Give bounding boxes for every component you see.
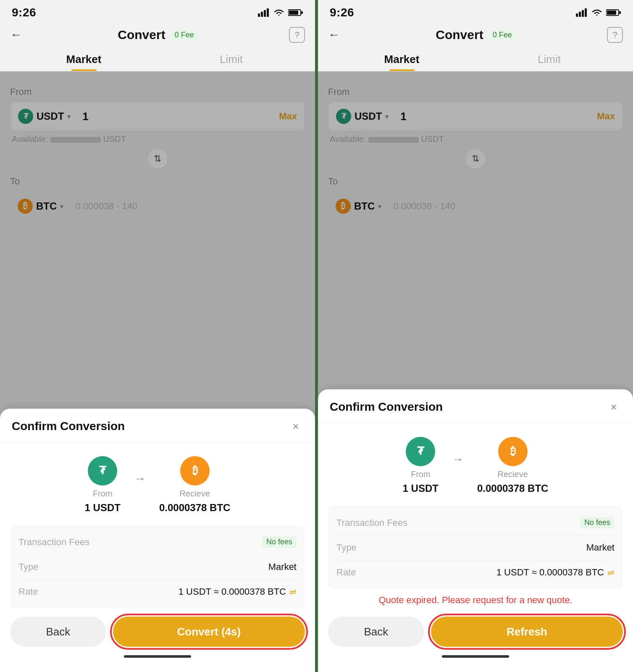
svg-rect-1 xyxy=(261,12,263,17)
fees-label-left: Transaction Fees xyxy=(18,537,89,548)
svg-rect-15 xyxy=(582,10,584,17)
tab-limit-right[interactable]: Limit xyxy=(475,47,623,71)
fee-badge-left: 0 Fee xyxy=(171,29,198,41)
conversion-arrow-left: → xyxy=(134,472,146,486)
to-coin-display-right: ₿ Recieve 0.0000378 BTC xyxy=(477,437,548,494)
status-bar-left: 9:26 xyxy=(0,0,315,23)
action-buttons-left: Back Convert (4s) xyxy=(0,608,315,651)
to-coin-display-left: ₿ Recieve 0.0000378 BTC xyxy=(159,456,230,514)
rate-swap-icon-left: ⇌ xyxy=(289,587,297,597)
home-indicator-left xyxy=(0,651,315,659)
fees-value-right: No fees xyxy=(580,517,615,528)
type-label-right: Type xyxy=(336,542,357,553)
svg-rect-3 xyxy=(267,8,269,17)
detail-row-rate-left: Rate 1 USDT ≈ 0.0000378 BTC ⇌ xyxy=(18,580,297,604)
help-button-right[interactable]: ? xyxy=(607,27,623,43)
type-value-right: Market xyxy=(586,542,615,553)
back-button-sheet-left[interactable]: Back xyxy=(10,617,106,647)
back-button-left[interactable]: ← xyxy=(10,28,27,42)
tab-limit-left[interactable]: Limit xyxy=(158,47,305,71)
details-section-left: Transaction Fees No fees Type Market Rat… xyxy=(10,525,305,608)
tabs-left: Market Limit xyxy=(0,47,315,71)
signal-icon-right xyxy=(576,8,588,17)
right-phone-panel: 9:26 ← Convert 0 Fee xyxy=(318,0,633,672)
header-title-area-left: Convert 0 Fee xyxy=(118,28,198,42)
sheet-title-right: Confirm Conversion xyxy=(330,400,443,414)
svg-rect-14 xyxy=(579,12,581,17)
back-button-right[interactable]: ← xyxy=(328,28,345,42)
from-coin-display-left: ₮ From 1 USDT xyxy=(85,456,121,514)
rate-label-left: Rate xyxy=(18,586,38,597)
to-coin-amount-right: 0.0000378 BTC xyxy=(477,483,548,494)
from-coin-icon-left: ₮ xyxy=(88,456,117,486)
page-title-right: Convert xyxy=(436,28,483,42)
refresh-button-right[interactable]: Refresh xyxy=(431,617,623,647)
home-bar-left xyxy=(124,655,191,658)
sheet-close-right[interactable]: × xyxy=(606,399,621,415)
no-fees-badge-left: No fees xyxy=(262,536,297,548)
fee-badge-right: 0 Fee xyxy=(489,29,516,41)
action-buttons-right: Back Refresh xyxy=(318,608,633,651)
conversion-arrow-right: → xyxy=(452,453,464,466)
detail-row-type-right: Type Market xyxy=(336,536,615,560)
main-content-right: From ₮ USDT ▾ 1 Max Available: USDT ⇅ To xyxy=(318,71,633,672)
to-coin-label-left: Recieve xyxy=(180,489,210,499)
page-title-left: Convert xyxy=(118,28,165,42)
rate-swap-icon-right: ⇌ xyxy=(607,567,615,578)
battery-icon-left xyxy=(288,8,303,17)
from-coin-label-left: From xyxy=(93,489,113,499)
svg-rect-19 xyxy=(619,11,621,14)
from-coin-amount-left: 1 USDT xyxy=(85,502,121,514)
help-button-left[interactable]: ? xyxy=(289,27,305,43)
bottom-sheet-left: Confirm Conversion × ₮ From 1 USDT → xyxy=(0,409,315,672)
svg-rect-18 xyxy=(607,10,616,15)
svg-text:₿: ₿ xyxy=(192,464,197,477)
conversion-display-right: ₮ From 1 USDT → ₿ Recieve 0.0000378 BTC xyxy=(318,423,633,506)
left-phone-panel: 9:26 ← Convert 0 Fee xyxy=(0,0,315,672)
from-coin-amount-right: 1 USDT xyxy=(403,483,439,494)
tabs-right: Market Limit xyxy=(318,47,633,71)
status-icons-left xyxy=(258,8,303,17)
type-value-left: Market xyxy=(268,562,297,572)
rate-label-right: Rate xyxy=(336,567,356,578)
detail-row-fees-right: Transaction Fees No fees xyxy=(336,510,615,536)
from-coin-label-right: From xyxy=(411,470,431,479)
svg-text:₮: ₮ xyxy=(99,464,107,477)
sheet-title-left: Confirm Conversion xyxy=(12,420,125,433)
main-content-left: From ₮ USDT ▾ 1 Max Available: USDT ⇅ To xyxy=(0,71,315,672)
fees-label-right: Transaction Fees xyxy=(336,517,407,528)
app-header-right: ← Convert 0 Fee ? xyxy=(318,23,633,47)
tab-market-left[interactable]: Market xyxy=(10,47,158,71)
back-button-sheet-right[interactable]: Back xyxy=(328,617,424,647)
svg-text:₿: ₿ xyxy=(510,445,515,457)
home-indicator-right xyxy=(318,651,633,659)
battery-icon-right xyxy=(606,8,621,17)
no-fees-badge-right: No fees xyxy=(580,517,615,528)
from-coin-icon-right: ₮ xyxy=(406,437,435,466)
header-title-area-right: Convert 0 Fee xyxy=(436,28,516,42)
app-header-left: ← Convert 0 Fee ? xyxy=(0,23,315,47)
status-bar-right: 9:26 xyxy=(318,0,633,23)
from-coin-display-right: ₮ From 1 USDT xyxy=(403,437,439,494)
fees-value-left: No fees xyxy=(262,536,297,548)
bottom-sheet-right: Confirm Conversion × ₮ From 1 USDT → xyxy=(318,389,633,672)
sheet-header-right: Confirm Conversion × xyxy=(318,389,633,423)
sheet-header-left: Confirm Conversion × xyxy=(0,409,315,443)
sheet-close-left[interactable]: × xyxy=(288,419,303,434)
tab-market-right[interactable]: Market xyxy=(328,47,475,71)
convert-button-left[interactable]: Convert (4s) xyxy=(113,617,305,647)
svg-rect-2 xyxy=(264,10,266,17)
details-section-right: Transaction Fees No fees Type Market Rat… xyxy=(328,506,623,589)
home-bar-right xyxy=(442,655,509,658)
status-time-left: 9:26 xyxy=(12,6,36,19)
detail-row-type-left: Type Market xyxy=(18,555,297,580)
rate-value-left: 1 USDT ≈ 0.0000378 BTC ⇌ xyxy=(179,586,297,597)
svg-rect-6 xyxy=(301,11,303,14)
wifi-icon-right xyxy=(591,8,603,17)
svg-rect-5 xyxy=(289,10,298,15)
quote-expired-text: Quote expired. Please request for a new … xyxy=(318,589,633,608)
svg-rect-0 xyxy=(258,13,260,17)
rate-value-right: 1 USDT ≈ 0.0000378 BTC ⇌ xyxy=(496,567,615,578)
status-time-right: 9:26 xyxy=(330,6,354,19)
type-label-left: Type xyxy=(18,562,39,572)
